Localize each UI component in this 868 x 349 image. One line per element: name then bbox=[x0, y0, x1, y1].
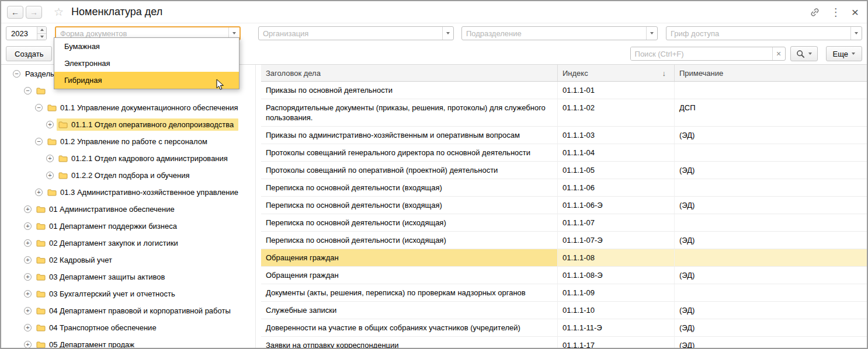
tree-item-content[interactable]: 04 Департамент правовой и корпоративной … bbox=[34, 305, 235, 317]
tree-expander-icon[interactable]: − bbox=[35, 138, 43, 145]
tree-item-content[interactable]: 01.1.1 Отдел оперативного делопроизводст… bbox=[57, 118, 238, 131]
cell-note: (ЭД) bbox=[675, 267, 867, 284]
access-combobox[interactable]: Гриф доступа bbox=[666, 26, 862, 40]
tree-item-content[interactable]: 01.3 Административно-хозяйственное управ… bbox=[46, 186, 243, 198]
tree-item[interactable]: + 01 Административное обеспечение bbox=[1, 201, 255, 218]
tree-item-content[interactable]: 02 Департамент закупок и логистики bbox=[34, 237, 183, 249]
tree-item-content[interactable]: 01.2.2 Отдел подбора и обучения bbox=[57, 169, 195, 182]
table-row[interactable]: Протоколы совещаний генерального директо… bbox=[261, 144, 867, 162]
department-combobox[interactable]: Подразделение bbox=[461, 26, 658, 40]
year-spinner[interactable]: 2023 bbox=[6, 26, 47, 40]
tree-item[interactable]: + 02 Кадровый учет bbox=[1, 252, 255, 268]
tree-item-content[interactable]: 01 Административное обеспечение bbox=[34, 203, 179, 215]
chevron-down-icon[interactable] bbox=[442, 27, 453, 40]
chevron-down-icon[interactable] bbox=[646, 27, 657, 40]
tree-item[interactable]: + 02 Департамент закупок и логистики bbox=[1, 235, 255, 252]
column-header-note-label: Примечание bbox=[679, 69, 723, 78]
form-dropdown-list: БумажнаяЭлектроннаяГибридная bbox=[54, 37, 239, 89]
forward-button[interactable]: → bbox=[26, 6, 42, 19]
tree-item[interactable]: + 03 Бухгалтерский учет и отчетность bbox=[1, 285, 255, 302]
table-row[interactable]: Приказы по основной деятельности 01.1.1-… bbox=[261, 82, 867, 99]
search-button[interactable] bbox=[790, 46, 818, 61]
table-row[interactable]: Документы (акты, решения, переписка) по … bbox=[261, 284, 867, 302]
back-button[interactable]: ← bbox=[7, 6, 23, 19]
tree-item-content[interactable]: 05 Департамент продаж bbox=[34, 338, 139, 348]
tree-expander-icon[interactable]: + bbox=[24, 256, 32, 264]
clear-search-icon[interactable]: × bbox=[772, 47, 785, 60]
tree-expander-icon[interactable]: + bbox=[24, 307, 32, 315]
tree-item-content[interactable] bbox=[34, 85, 54, 96]
tree-item-content[interactable]: 01.2 Управление по работе с персоналом bbox=[46, 135, 212, 148]
tree-item[interactable]: + 05 Департамент продаж bbox=[1, 336, 255, 348]
table-row[interactable]: Заявки на отправку корреспонденции 01.1.… bbox=[261, 337, 867, 348]
tree-item-content[interactable]: 02 Кадровый учет bbox=[34, 254, 117, 266]
splitter[interactable] bbox=[255, 65, 261, 348]
create-button[interactable]: Создать bbox=[6, 46, 52, 61]
tree-item-content[interactable]: 01.2.1 Отдел кадрового администрирования bbox=[57, 152, 232, 165]
tree-item[interactable]: + 04 Транспортное обеспечение bbox=[1, 319, 255, 336]
tree-item[interactable]: + 04 Департамент правовой и корпоративно… bbox=[1, 302, 255, 319]
tree-expander-icon[interactable]: + bbox=[46, 121, 54, 128]
tree-expander-icon[interactable]: − bbox=[13, 70, 20, 78]
tree-expander-icon[interactable]: + bbox=[46, 155, 54, 162]
dropdown-option[interactable]: Гибридная bbox=[54, 72, 239, 89]
tree-item[interactable]: − 01.2 Управление по работе с персоналом bbox=[1, 133, 255, 150]
tree-item[interactable]: + 01.3 Административно-хозяйственное упр… bbox=[1, 184, 255, 201]
folder-icon bbox=[58, 172, 68, 179]
column-header-index[interactable]: Индекс ↓ bbox=[558, 65, 675, 81]
folder-icon bbox=[58, 121, 68, 128]
tree-item-content[interactable]: 03 Бухгалтерский учет и отчетность bbox=[34, 288, 180, 300]
dropdown-option[interactable]: Электронная bbox=[54, 55, 239, 72]
tree-item[interactable]: + 03 Департамент защиты активов bbox=[1, 268, 255, 285]
tree-expander-icon[interactable]: + bbox=[24, 324, 32, 331]
table-row[interactable]: Обращения граждан 01.1.1-08-Э (ЭД) bbox=[261, 267, 867, 284]
more-button[interactable]: Еще bbox=[826, 46, 862, 61]
tree-item-content[interactable]: 01.1 Управление документационного обеспе… bbox=[46, 102, 243, 114]
tree-item[interactable]: + 01.2.2 Отдел подбора и обучения bbox=[1, 167, 255, 184]
close-icon[interactable]: × bbox=[852, 6, 859, 18]
table-row[interactable]: Переписка по основной деятельности (исхо… bbox=[261, 232, 867, 249]
menu-dots-icon[interactable]: ⋮ bbox=[831, 7, 841, 18]
table-row[interactable]: Переписка по основной деятельности (исхо… bbox=[261, 214, 867, 232]
dropdown-option[interactable]: Бумажная bbox=[54, 38, 239, 55]
tree-expander-icon[interactable]: + bbox=[24, 273, 32, 281]
favorite-star-icon[interactable]: ☆ bbox=[54, 5, 64, 19]
tree-expander-icon[interactable]: − bbox=[35, 104, 43, 111]
tree-expander-icon[interactable]: − bbox=[24, 87, 32, 95]
spinner-down-button[interactable] bbox=[37, 34, 46, 40]
tree-item[interactable]: − 01.1 Управление документационного обес… bbox=[1, 99, 255, 116]
table-row[interactable]: Приказы по административно-хозяйственным… bbox=[261, 127, 867, 144]
tree-item[interactable]: + 01.1.1 Отдел оперативного делопроизвод… bbox=[1, 116, 255, 133]
chevron-down-icon[interactable] bbox=[850, 27, 862, 40]
column-header-title[interactable]: Заголовок дела bbox=[261, 65, 558, 81]
table-row[interactable]: Служебные записки 01.1.1-10 (ЭД) bbox=[261, 302, 867, 319]
tree-item-content[interactable]: 01 Департамент поддержки бизнеса bbox=[34, 220, 182, 232]
tree-expander-icon[interactable]: + bbox=[24, 239, 32, 247]
organization-combobox[interactable]: Организация bbox=[258, 26, 454, 40]
table-row[interactable]: Распорядительные документы (приказы, реш… bbox=[261, 99, 867, 127]
tree-expander-icon[interactable]: + bbox=[24, 341, 32, 348]
table-row[interactable]: Обращения граждан 01.1.1-08 bbox=[261, 249, 867, 267]
tree-expander-icon[interactable]: + bbox=[46, 172, 54, 179]
link-icon[interactable] bbox=[810, 7, 820, 18]
table-row[interactable]: Протоколы совещаний по оперативной (прое… bbox=[261, 162, 867, 179]
tree-item-content[interactable]: 03 Департамент защиты активов bbox=[34, 271, 170, 283]
cell-title: Распорядительные документы (приказы, реш… bbox=[261, 99, 558, 126]
tree-item[interactable]: + 01 Департамент поддержки бизнеса bbox=[1, 218, 255, 235]
spinner-up-button[interactable] bbox=[37, 27, 46, 34]
cell-note: (ЭД) bbox=[675, 302, 867, 319]
tree-expander-icon[interactable]: + bbox=[24, 290, 32, 298]
tree-expander-icon[interactable]: + bbox=[24, 222, 32, 230]
tree-item-content[interactable]: 04 Транспортное обеспечение bbox=[34, 322, 161, 334]
table-row[interactable]: Переписка по основной деятельности (вход… bbox=[261, 179, 867, 197]
folder-icon bbox=[36, 307, 46, 315]
tree-expander-icon[interactable]: + bbox=[35, 189, 43, 196]
search-input[interactable] bbox=[631, 47, 772, 60]
tree-item[interactable]: + 01.2.1 Отдел кадрового администрирован… bbox=[1, 150, 255, 167]
tree-expander-icon[interactable]: + bbox=[24, 205, 32, 213]
column-header-note[interactable]: Примечание bbox=[675, 65, 867, 81]
cell-title: Переписка по основной деятельности (вход… bbox=[261, 197, 558, 214]
spinner-down-icon bbox=[40, 36, 44, 38]
table-row[interactable]: Переписка по основной деятельности (вход… bbox=[261, 197, 867, 214]
table-row[interactable]: Доверенности на участие в общих собрания… bbox=[261, 319, 867, 337]
